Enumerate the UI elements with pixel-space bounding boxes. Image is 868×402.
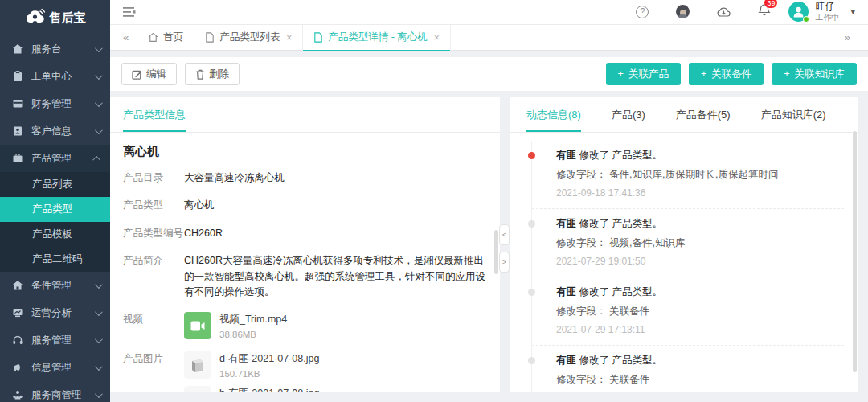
right-panel-scrollbar[interactable]	[853, 131, 857, 372]
action-text: 修改了 产品类型。	[579, 286, 661, 297]
megaphone-icon	[12, 362, 24, 374]
tab-label: 产品类型列表	[219, 31, 280, 44]
link-knowledge-base-button[interactable]: + 关联知识库	[772, 63, 857, 85]
sidebar-item-label: 备件管理	[31, 279, 72, 293]
video-file[interactable]: 视频_Trim.mp4 38.86MB	[184, 312, 287, 339]
field-label: 产品图片	[123, 351, 184, 392]
timestamp: 2021-07-29 17:13:11	[556, 324, 841, 335]
support-agent-icon[interactable]	[676, 5, 690, 18]
timeline-entry: 有匪 修改了 产品类型。 修改字段： 关联备件 2021-07-29 17:13…	[532, 277, 844, 346]
tab-product-knowledge-base[interactable]: 产品知识库(2)	[761, 108, 826, 132]
link-product-button[interactable]: + 关联产品	[606, 63, 681, 85]
document-icon	[313, 32, 323, 43]
tab-product-spare-parts[interactable]: 产品备件(5)	[676, 108, 731, 132]
main-area: ? 39 旺仔 工作中	[110, 0, 868, 402]
tab-label: 首页	[163, 31, 183, 44]
sidebar-item-service-mgmt[interactable]: 服务管理	[0, 326, 110, 354]
sidebar-subitem-product-template[interactable]: 产品模板	[0, 222, 110, 247]
user-meta: 旺仔 工作中	[815, 2, 839, 22]
sidebar-item-service-desk[interactable]: 服务台	[0, 35, 110, 63]
sidebar-item-product-mgmt[interactable]: 产品管理	[0, 145, 110, 172]
panel-expand-handle[interactable]: >	[499, 252, 510, 273]
sidebar-item-label: 服务管理	[31, 334, 72, 347]
user-status: 工作中	[815, 13, 839, 23]
plus-icon: +	[784, 68, 789, 80]
image-file[interactable]: b-有匪-2021-07-08.jpg 199.87KB	[184, 386, 321, 392]
home-icon	[148, 32, 158, 43]
sidebar-fold-icon[interactable]	[123, 7, 136, 18]
sidebar-item-finance[interactable]: 财务管理	[0, 90, 110, 117]
chevron-down-icon	[95, 281, 103, 289]
activity-panel: 动态信息(8) 产品(3) 产品备件(5) 产品知识库(2) 有匪 修改了 产品…	[510, 97, 858, 392]
briefcase-icon	[12, 153, 24, 165]
left-panel-scrollbar[interactable]	[494, 230, 498, 274]
tab-product-type-detail[interactable]: 产品类型详情 - 离心机 ×	[302, 25, 451, 51]
left-panel-body: 离心机 产品目录 大容量高速冷冻离心机 产品类型 离心机 产品类型编号 CH26…	[110, 133, 500, 392]
tab-home[interactable]: 首页	[137, 25, 194, 51]
help-icon[interactable]: ?	[636, 6, 649, 18]
page-title: 离心机	[123, 144, 487, 159]
user-name: 旺仔	[815, 2, 839, 13]
user-avatar	[788, 2, 809, 22]
chevron-down-icon	[95, 335, 103, 343]
tab-products[interactable]: 产品(3)	[612, 108, 645, 132]
field-label: 视频	[123, 312, 184, 339]
product-images-row: 产品图片 d-有匪-2021-07-08.jpg 150.71KB	[123, 351, 487, 392]
tabs-scroll-right[interactable]: »	[837, 31, 858, 43]
sidebar-item-spare-parts[interactable]: 备件管理	[0, 272, 110, 299]
actor-name: 有匪	[556, 286, 576, 297]
sidebar-subitem-product-type[interactable]: 产品类型	[0, 197, 110, 222]
field-label: 产品目录	[123, 170, 184, 186]
edit-button[interactable]: 编辑	[121, 63, 177, 85]
button-label: 关联产品	[628, 68, 669, 81]
link-spare-part-button[interactable]: + 关联备件	[689, 63, 764, 85]
field-row: 产品目录 大容量高速冷冻离心机	[123, 170, 487, 186]
sidebar-item-info-mgmt[interactable]: 信息管理	[0, 354, 110, 381]
delete-button[interactable]: 删除	[185, 63, 240, 85]
image-file[interactable]: d-有匪-2021-07-08.jpg 150.71KB	[184, 351, 321, 379]
tab-activity[interactable]: 动态信息(8)	[526, 108, 581, 132]
status-dot	[803, 16, 809, 23]
edit-button-label: 编辑	[146, 68, 166, 81]
timeline-headline: 有匪 修改了 产品类型。	[556, 354, 841, 367]
sidebar-item-vendor-mgmt[interactable]: 服务商管理	[0, 381, 110, 402]
plus-icon: +	[701, 68, 706, 80]
actor-name: 有匪	[556, 218, 576, 229]
cloud-release-icon[interactable]	[717, 6, 731, 18]
sidebar-item-operations-analytics[interactable]: 运营分析	[0, 299, 110, 326]
sidebar-item-label: 运营分析	[31, 306, 72, 320]
field-value: CH260R	[184, 226, 223, 241]
ledger-icon	[12, 98, 24, 110]
timeline-entry: 有匪 修改了 产品类型。 修改字段： 备件,知识库,质保期时长,质保起算时间 2…	[532, 141, 844, 209]
chevron-down-icon	[95, 308, 103, 316]
tabs-scroll-left[interactable]: «	[115, 31, 137, 43]
changed-fields: 修改字段： 备件,知识库,质保期时长,质保起算时间	[556, 168, 841, 182]
tab-product-type-info[interactable]: 产品类型信息	[123, 108, 186, 132]
home-icon	[12, 43, 24, 55]
close-icon[interactable]: ×	[434, 32, 440, 43]
sidebar-item-customers[interactable]: 客户信息	[0, 117, 110, 145]
video-thumbnail-icon	[184, 312, 211, 339]
sidebar-item-work-orders[interactable]: 工单中心	[0, 63, 110, 90]
file-meta: b-有匪-2021-07-08.jpg 199.87KB	[219, 386, 319, 392]
sidebar-item-label: 服务台	[31, 43, 62, 56]
notifications-bell[interactable]: 39	[758, 3, 771, 20]
plus-icon: +	[618, 68, 624, 80]
panel-collapse-handle[interactable]: <	[499, 224, 510, 245]
timeline-dot	[528, 357, 535, 364]
field-row: 产品类型 离心机	[123, 198, 487, 213]
user-menu[interactable]: 旺仔 工作中 ▾	[788, 2, 855, 22]
sidebar-item-label: 工单中心	[31, 70, 72, 84]
sidebar-subitem-product-list[interactable]: 产品列表	[0, 172, 110, 197]
timestamp: 2021-09-18 17:41:36	[556, 187, 841, 199]
timeline-dot	[528, 220, 535, 228]
sidebar-subitem-product-qrcode[interactable]: 产品二维码	[0, 247, 110, 272]
sidebar-subitem-label: 产品类型	[32, 203, 72, 216]
file-name: 视频_Trim.mp4	[219, 312, 287, 326]
close-icon[interactable]: ×	[286, 32, 292, 43]
monitor-chart-icon	[12, 307, 24, 319]
field-value: 大容量高速冷冻离心机	[184, 170, 285, 186]
timeline-headline: 有匪 修改了 产品类型。	[556, 285, 841, 299]
clipboard-icon	[12, 71, 24, 83]
tab-product-type-list[interactable]: 产品类型列表 ×	[194, 25, 302, 51]
